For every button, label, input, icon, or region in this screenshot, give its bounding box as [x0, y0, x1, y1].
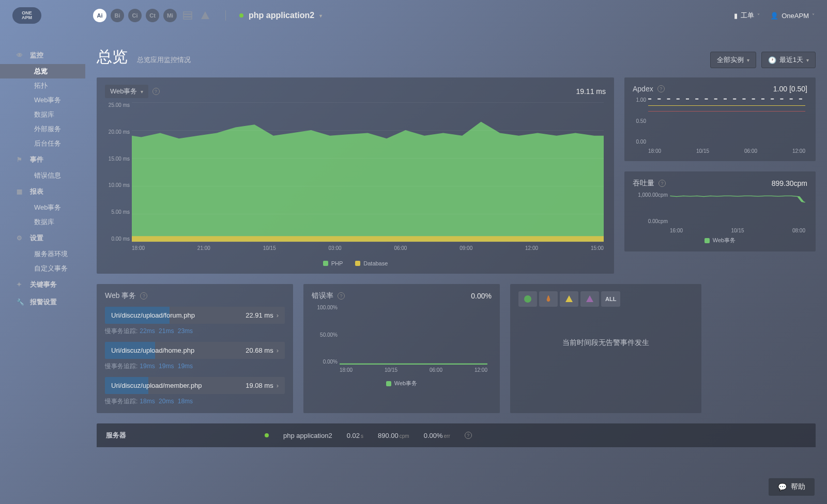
user-label: OneAPM — [782, 12, 809, 20]
swatch-icon — [355, 261, 360, 266]
help-icon[interactable]: ? — [657, 85, 665, 92]
nav-item-数据库[interactable]: 数据库 — [0, 107, 85, 122]
nav-item-总览[interactable]: 总览 — [0, 64, 85, 78]
help-label: 帮助 — [791, 482, 805, 492]
product-ci-icon[interactable]: Ci — [128, 9, 142, 22]
server-icon[interactable] — [181, 9, 194, 22]
product-mi-icon[interactable]: Mi — [163, 9, 177, 22]
instances-selector[interactable]: 全部实例▾ — [710, 52, 756, 68]
trace-link[interactable]: 19ms — [178, 363, 193, 370]
chevron-down-icon: ▾ — [141, 89, 143, 94]
error-chart: 100.00%50.00%0.00% 18:0010/1506:0012:00 … — [312, 305, 492, 387]
legend-Database[interactable]: Database — [355, 260, 388, 266]
nav-section-设置[interactable]: ⚙设置 — [0, 229, 85, 247]
svg-rect-2 — [183, 17, 192, 19]
chevron-right-icon: › — [277, 382, 279, 389]
chart-filter-dropdown[interactable]: Web事务▾ — [105, 85, 148, 98]
trace-line: 慢事务追踪:19ms 19ms 19ms — [105, 362, 285, 371]
web-transactions-panel: Web 事务? Uri/discuz/upload/forum.php22.91… — [97, 284, 293, 413]
server-response-time: 0.02s — [347, 432, 363, 439]
nav-item-错误信息[interactable]: 错误信息 — [0, 168, 85, 183]
app-name: php application2 — [249, 11, 314, 20]
error-rate-panel: 错误率? 0.00% 100.00%50.00%0.00% 18:0010/15… — [303, 284, 500, 413]
apdex-value: 1.00 [0.50] — [773, 85, 807, 93]
product-ai-icon[interactable]: Ai — [93, 9, 106, 22]
time-range-selector[interactable]: 🕐最近1天▾ — [761, 52, 816, 68]
error-title: 错误率 — [312, 291, 333, 301]
response-time-chart: 25.00 ms20.00 ms15.00 ms10.00 ms5.00 ms0… — [105, 102, 606, 257]
alert-tab-all[interactable]: ALL — [601, 291, 620, 307]
nav-section-报警设置[interactable]: 🔧报警设置 — [0, 293, 85, 311]
throughput-chart: 1,000.00cpm0.00cpm 16:0010/1508:00 — [633, 192, 807, 233]
nav-item-后台任务[interactable]: 后台任务 — [0, 136, 85, 151]
legend-PHP[interactable]: PHP — [323, 260, 343, 266]
product-bi-icon[interactable]: Bi — [111, 9, 124, 22]
transaction-row[interactable]: Uri/discuz/upload/home.php20.68 ms› — [105, 342, 285, 359]
transaction-row[interactable]: Uri/discuz/upload/forum.php22.91 ms› — [105, 307, 285, 324]
trace-link[interactable]: 19ms — [159, 363, 174, 370]
user-menu[interactable]: 👤 OneAPM ˅ — [770, 12, 815, 20]
trace-link[interactable]: 21ms — [159, 327, 174, 335]
alert-tab-critical[interactable] — [580, 291, 599, 307]
transaction-row[interactable]: Uri/discuz/upload/member.php19.08 ms› — [105, 377, 285, 394]
web-trans-title: Web 事务 — [105, 291, 136, 301]
nav-section-监控[interactable]: 👁监控 — [0, 46, 85, 64]
trace-link[interactable]: 20ms — [159, 398, 174, 405]
flag-icon: ⚑ — [17, 156, 25, 163]
nav-item-自定义事务[interactable]: 自定义事务 — [0, 261, 85, 276]
chevron-down-icon: ▾ — [747, 57, 749, 63]
content: 总览 总览应用监控情况 全部实例▾ 🕐最近1天▾ Web事务▾ ? 19.11 … — [85, 31, 827, 504]
alert-tab-ok[interactable] — [518, 291, 537, 307]
nav-section-事件[interactable]: ⚑事件 — [0, 151, 85, 168]
trace-line: 慢事务追踪:22ms 21ms 23ms — [105, 327, 285, 336]
response-time-panel: Web事务▾ ? 19.11 ms 25.00 ms20.00 ms15.00 … — [97, 77, 614, 274]
throughput-value: 899.30cpm — [772, 179, 807, 187]
trace-link[interactable]: 18ms — [140, 398, 155, 405]
product-ct-icon[interactable]: Ct — [146, 9, 159, 22]
chevron-right-icon: › — [277, 346, 279, 354]
status-dot-icon — [239, 13, 243, 18]
brand-logo[interactable]: ONE APM — [12, 7, 41, 24]
server-app-name: php application2 — [283, 432, 332, 439]
help-icon[interactable]: ? — [152, 88, 160, 95]
nav-item-Web事务[interactable]: Web事务 — [0, 93, 85, 107]
chevron-down-icon: ▾ — [319, 13, 322, 19]
nav-item-外部服务[interactable]: 外部服务 — [0, 122, 85, 136]
divider — [225, 10, 226, 21]
tickets-link[interactable]: ▮ 工单 ˅ — [734, 11, 760, 20]
document-icon: ▮ — [734, 12, 738, 20]
clock-icon: 🕐 — [768, 56, 776, 64]
server-error-rate: 0.00%err — [424, 432, 450, 439]
nav-item-拓扑[interactable]: 拓扑 — [0, 78, 85, 93]
help-icon[interactable]: ? — [658, 180, 666, 187]
nav-section-关键事务[interactable]: ✦关键事务 — [0, 276, 85, 293]
throughput-title: 吞吐量 — [633, 179, 654, 188]
alert-tab-caution[interactable] — [560, 291, 578, 307]
apdex-title: Apdex — [633, 85, 653, 93]
trace-link[interactable]: 23ms — [178, 327, 193, 335]
page-title: 总览 — [97, 46, 128, 68]
app-selector[interactable]: php application2 ▾ — [239, 11, 322, 20]
trace-link[interactable]: 19ms — [140, 363, 155, 370]
alert-tab-warning[interactable] — [539, 291, 558, 307]
help-icon[interactable]: ? — [140, 292, 147, 300]
help-icon[interactable]: ? — [338, 292, 345, 300]
nav-section-报表[interactable]: ▦报表 — [0, 183, 85, 200]
trace-link[interactable]: 18ms — [178, 398, 193, 405]
chat-icon: 💬 — [778, 483, 787, 491]
trace-line: 慢事务追踪:18ms 20ms 18ms — [105, 397, 285, 406]
sidebar: 👁监控总览拓扑Web事务数据库外部服务后台任务⚑事件错误信息▦报表Web事务数据… — [0, 31, 85, 504]
nav-item-服务器环境[interactable]: 服务器环境 — [0, 247, 85, 261]
nav-item-数据库[interactable]: 数据库 — [0, 215, 85, 229]
help-button[interactable]: 💬 帮助 — [769, 478, 815, 496]
trace-link[interactable]: 22ms — [140, 327, 155, 335]
wrench-icon: 🔧 — [17, 298, 25, 306]
swatch-icon — [705, 238, 710, 243]
warning-icon[interactable] — [198, 9, 212, 22]
apdex-panel: Apdex? 1.00 [0.50] 1.000.500.00 18: — [624, 77, 816, 161]
eye-icon: 👁 — [17, 52, 25, 59]
server-bar-title: 服务器 — [106, 431, 126, 440]
chevron-down-icon: ˅ — [812, 13, 815, 19]
help-icon[interactable]: ? — [465, 432, 472, 439]
nav-item-Web事务[interactable]: Web事务 — [0, 200, 85, 215]
